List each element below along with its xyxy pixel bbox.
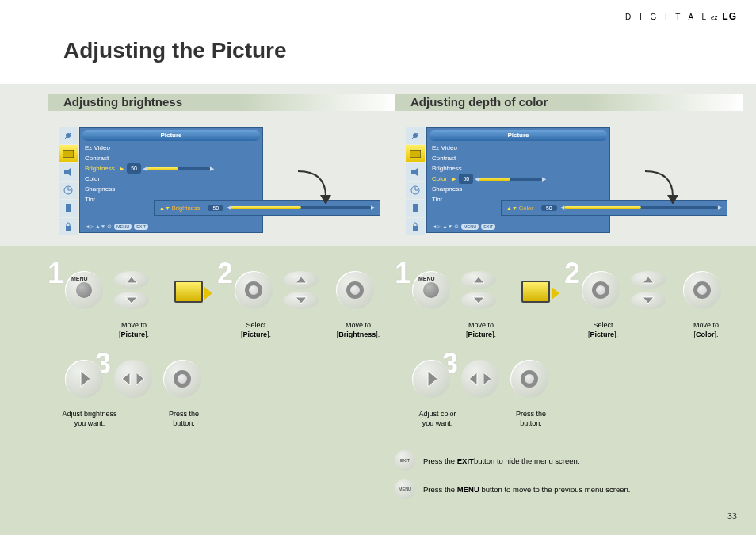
remote-ok-button	[510, 360, 548, 398]
osd-panel: Picture Ez Video Contrast Brightness Col…	[426, 127, 610, 233]
picture-thumbnail-icon	[521, 281, 550, 303]
step-number-1: 1	[48, 257, 63, 290]
osd-item: Color	[85, 174, 258, 184]
remote-left-right	[461, 360, 499, 398]
step-text: Move to[Picture].	[453, 320, 509, 339]
left-icon	[468, 372, 478, 386]
svg-marker-28	[473, 297, 484, 304]
remote-ok-button	[235, 271, 273, 309]
osd-item: Sharpness	[432, 184, 605, 194]
clock-icon	[59, 182, 78, 199]
remote-ok-button	[163, 360, 201, 398]
column-left: Adjusting brightness Picture Ez Video Co…	[48, 0, 396, 136]
osd-footer: ◄▷ ▲▼ ⊙MENUEXIT	[432, 224, 495, 230]
svg-marker-9	[320, 195, 331, 204]
up-icon	[114, 271, 149, 289]
osd-item: Brightness	[432, 163, 605, 174]
satellite-icon	[59, 127, 78, 144]
osd-icon-column	[59, 127, 78, 236]
step-text: Press the button.	[152, 409, 216, 428]
remote-right-button	[412, 360, 450, 398]
svg-marker-25	[122, 373, 130, 385]
svg-marker-19	[667, 195, 678, 204]
svg-marker-22	[296, 277, 307, 283]
section-heading-brightness: Adjusting brightness	[48, 94, 396, 111]
svg-marker-21	[126, 297, 137, 304]
remote-up-down	[631, 271, 669, 309]
osd-title: Picture	[430, 130, 607, 141]
svg-marker-24	[81, 371, 90, 387]
lock-icon	[406, 218, 425, 235]
svg-marker-20	[126, 277, 137, 283]
svg-marker-33	[483, 373, 491, 385]
steps-right: 1 MENU Move to[Picture]. 2 Select[Pictur…	[385, 257, 734, 471]
remote-up-down	[114, 271, 152, 309]
up-icon	[284, 271, 319, 289]
menu-mini-button: MENU	[395, 479, 415, 499]
remote-left-right	[114, 360, 152, 398]
svg-marker-23	[296, 297, 307, 304]
svg-marker-27	[473, 277, 484, 283]
sound-icon	[59, 163, 78, 181]
osd-item: Sharpness	[85, 184, 258, 194]
menu-label: MENU	[71, 276, 88, 281]
osd-expand-bar: ▲▼Color 50◀ ▶	[501, 200, 727, 216]
svg-marker-31	[428, 371, 437, 387]
step-text: Move to[Brightness].	[325, 320, 391, 339]
right-icon	[483, 372, 492, 386]
setup-icon	[59, 200, 78, 217]
picture-icon	[406, 145, 425, 162]
steps-left: 1 MENU Move to[Picture]. 2 Select[Pictur…	[38, 257, 387, 471]
osd-screenshot-brightness: Picture Ez Video Contrast Brightness▶ 50…	[59, 124, 376, 243]
svg-rect-12	[410, 150, 421, 158]
osd-footer: ◄▷ ▲▼ ⊙MENUEXIT	[85, 224, 148, 230]
down-icon	[631, 292, 666, 309]
step-text: Select[Picture].	[228, 320, 284, 339]
picture-thumbnail-icon	[174, 281, 203, 303]
menu-label: MENU	[418, 276, 435, 281]
left-icon	[121, 372, 131, 386]
remote-menu-button: MENU	[65, 271, 103, 309]
osd-item: Ez Video	[432, 143, 605, 153]
page-number: 33	[727, 511, 737, 521]
svg-marker-32	[469, 373, 477, 385]
svg-marker-13	[411, 168, 418, 176]
step-text: Press the button.	[499, 409, 563, 428]
up-icon	[631, 271, 666, 289]
step-text: Adjust color you want.	[406, 409, 469, 428]
osd-screenshot-color: Picture Ez Video Contrast Brightness Col…	[406, 124, 723, 243]
clock-icon	[406, 182, 425, 199]
down-icon	[114, 292, 149, 309]
svg-rect-17	[413, 204, 418, 212]
section-heading-color: Adjusting depth of color	[395, 94, 743, 111]
remote-up-down	[284, 271, 322, 309]
step-text: Select[Picture].	[575, 320, 631, 339]
osd-expand-bar: ▲▼Brightness 50◀ ▶	[154, 200, 380, 216]
osd-panel: Picture Ez Video Contrast Brightness▶ 50…	[79, 127, 263, 233]
step-text: Adjust brightness you want.	[54, 409, 125, 428]
svg-marker-29	[643, 277, 654, 283]
remote-ok-button	[582, 271, 620, 309]
down-icon	[284, 292, 319, 309]
remote-up-down	[461, 271, 499, 309]
up-icon	[461, 271, 496, 289]
curved-arrow-icon	[637, 165, 685, 212]
column-right: Adjusting depth of color Picture Ez Vide…	[395, 0, 743, 136]
sound-icon	[406, 163, 425, 181]
satellite-icon	[406, 127, 425, 144]
remote-right-button	[65, 360, 103, 398]
lock-icon	[59, 218, 78, 235]
svg-marker-30	[643, 297, 654, 304]
footnote-menu: MENU Press the MENU button to move to th…	[395, 479, 630, 499]
osd-item: Contrast	[85, 153, 258, 163]
exit-mini-button: EXIT	[395, 450, 415, 471]
curved-arrow-icon	[290, 165, 338, 212]
svg-rect-8	[66, 226, 71, 231]
step-number-2: 2	[564, 257, 580, 290]
setup-icon	[406, 200, 425, 217]
right-icon	[136, 372, 145, 386]
step-number-2: 2	[217, 257, 233, 290]
footnote-exit: EXIT Press the EXITbutton to hide the me…	[395, 450, 580, 471]
svg-rect-7	[66, 204, 71, 212]
remote-ok-button	[336, 271, 374, 309]
